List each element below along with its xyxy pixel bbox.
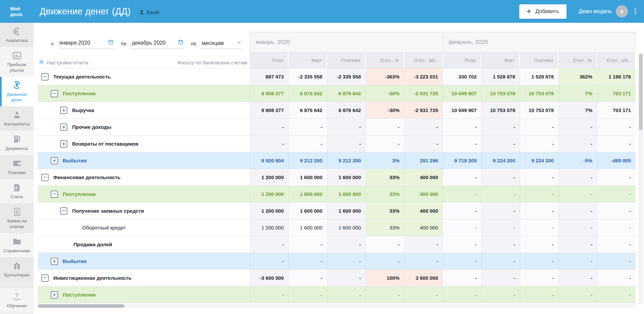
row-label-cell: +Выбытия	[38, 253, 250, 269]
sidebar-item-profit-loss[interactable]: Прибыли убытки	[0, 47, 34, 77]
value-cell: -	[597, 286, 636, 303]
bank-filter-button[interactable]: Фильтр по банковским счетам	[177, 60, 247, 65]
documents-icon	[12, 134, 22, 144]
value-cell: -	[558, 186, 597, 202]
collapse-icon[interactable]: −	[41, 73, 49, 81]
account-name[interactable]: Демо модель	[579, 8, 612, 14]
value-cell: 9 224 200	[520, 152, 558, 169]
row-label: Выбытия	[63, 158, 87, 163]
value-cell: -	[288, 236, 327, 253]
collapse-icon[interactable]: −	[60, 207, 67, 215]
calendar-icon[interactable]	[178, 39, 183, 46]
row-label-cell: +Выбытия	[38, 152, 250, 169]
svg-text:₽: ₽	[15, 82, 19, 88]
app-logo[interactable]: Моё дело	[10, 6, 31, 17]
avatar[interactable]: В	[616, 5, 628, 17]
value-cell: -	[327, 253, 366, 269]
value-cell: -	[327, 136, 366, 152]
value-cell: -	[250, 119, 288, 135]
sidebar-item-training[interactable]: ?Обучение	[0, 288, 34, 312]
report-settings-label: Настройки отчета	[47, 60, 88, 65]
sidebar-item-counterparties[interactable]: Контрагенты	[0, 106, 34, 130]
calendar-icon[interactable]	[108, 39, 114, 46]
value-cell: -	[520, 286, 558, 303]
row-label: Получение заемных средств	[72, 208, 144, 214]
table-row: +Выбытия----------	[38, 253, 636, 270]
collapse-icon[interactable]: −	[41, 274, 49, 282]
date-to-input[interactable]: декабрь 2020	[130, 39, 184, 49]
value-cell: -	[558, 203, 597, 219]
expand-icon[interactable]: +	[60, 107, 67, 114]
value-cell: -30%	[366, 102, 404, 118]
vertical-scrollbar[interactable]	[639, 53, 643, 304]
expand-icon[interactable]: +	[51, 258, 58, 265]
value-cell: 10 753 078	[481, 102, 520, 118]
collapse-icon[interactable]: −	[51, 191, 58, 198]
table-body: −Текущая деятельность887 473-2 335 558-2…	[38, 68, 636, 303]
sidebar: АналитикаПрибыли убытки₽Движение денегКо…	[0, 23, 34, 314]
value-cell: -5%	[558, 152, 597, 169]
horizontal-scrollbar-thumb[interactable]	[38, 304, 124, 308]
add-button[interactable]: + Добавить	[519, 4, 567, 19]
date-from-value: января 2020	[59, 40, 90, 46]
value-cell: -	[443, 253, 481, 269]
expand-icon[interactable]: +	[51, 291, 58, 299]
add-button-label: Добавить	[535, 8, 559, 14]
value-cell: 9 808 377	[250, 102, 288, 118]
value-cell: -3 223 031	[404, 68, 443, 85]
table-row: +Выбытия8 920 9049 212 2009 212 2003%291…	[38, 152, 636, 169]
kebab-menu-icon[interactable]	[633, 7, 637, 16]
month-headers: январь, 2020февраль, 2020	[250, 32, 636, 53]
value-cell: 1 600 000	[327, 169, 366, 186]
row-label-cell: +Возвраты от поставщиков	[38, 136, 250, 152]
sidebar-item-directories[interactable]: Справочники	[0, 233, 34, 257]
expand-icon[interactable]: +	[51, 157, 58, 164]
collapse-icon[interactable]: −	[51, 90, 58, 97]
sidebar-item-analytics[interactable]: Аналитика	[0, 23, 34, 47]
value-cell: -	[481, 169, 520, 186]
sidebar-item-invoices[interactable]: Счета	[0, 179, 34, 203]
value-cell: -	[597, 169, 636, 186]
download-icon	[139, 9, 145, 16]
value-cell: 1 198 176	[597, 68, 636, 85]
sidebar-item-payments[interactable]: Платежи	[0, 155, 34, 179]
value-cell: -	[250, 286, 288, 303]
value-cell: 330 702	[443, 68, 481, 85]
value-cell: -	[443, 186, 481, 202]
sidebar-item-payment-request[interactable]: $Заявки на платеж	[0, 203, 34, 233]
value-cell: 33%	[366, 169, 404, 186]
excel-export-button[interactable]: Excel	[139, 9, 159, 16]
table-row: −Текущая деятельность887 473-2 335 558-2…	[38, 68, 636, 85]
row-label: Возвраты от поставщиков	[72, 141, 138, 147]
expand-icon[interactable]: +	[60, 140, 67, 148]
row-label: Текущая деятельность	[53, 74, 111, 80]
value-cell: 1 600 000	[288, 169, 327, 186]
value-cell: 1 600 000	[288, 203, 327, 219]
vertical-scrollbar-thumb[interactable]	[639, 54, 643, 130]
table-row: −Получение заемных средств1 200 0001 600…	[38, 203, 636, 219]
value-cell: 3%	[366, 152, 404, 169]
period-select[interactable]: месяцам	[200, 40, 242, 49]
sidebar-item-accounting[interactable]: Бухгалтерия	[0, 257, 34, 281]
value-cell: -	[250, 236, 288, 253]
value-cell: -	[404, 253, 443, 269]
row-label: Поступления	[63, 292, 96, 298]
expand-icon[interactable]: +	[60, 123, 67, 131]
sidebar-item-label: Движение денег	[1, 92, 32, 103]
sidebar-item-documents[interactable]: Документы	[0, 131, 34, 155]
sidebar-item-cash-flow[interactable]: ₽Движение денег	[0, 77, 34, 107]
value-cell: -	[443, 169, 481, 186]
value-cell: -	[288, 270, 327, 286]
value-cell: 362%	[558, 68, 597, 85]
value-cell: 10 753 078	[520, 102, 558, 118]
date-from-input[interactable]: января 2020	[58, 39, 114, 49]
value-cell: 1 528 878	[520, 68, 558, 85]
table-row: −Инвестиционная деятельность-3 600 000--…	[38, 270, 636, 286]
report-settings-button[interactable]: Настройки отчета	[39, 59, 88, 66]
value-cell: 1 600 000	[327, 219, 366, 236]
horizontal-scrollbar[interactable]	[38, 304, 636, 308]
value-cell: -	[558, 236, 597, 253]
value-cell: 10 753 078	[481, 85, 520, 102]
collapse-icon[interactable]: −	[41, 174, 49, 181]
value-cell: -30%	[366, 85, 404, 102]
